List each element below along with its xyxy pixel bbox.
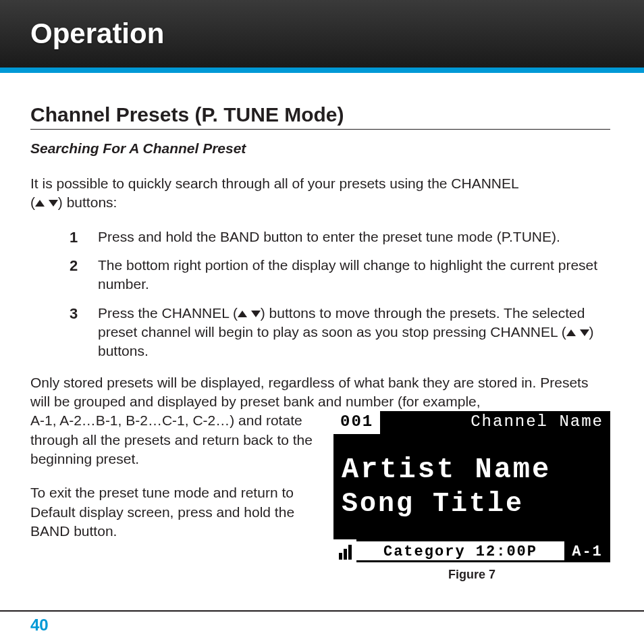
step-item: 1 Press and hold the BAND button to ente…	[70, 227, 610, 246]
down-arrow-icon	[251, 311, 261, 317]
lcd-channel-number: 001	[333, 411, 380, 434]
lcd-artist-name: Artist Name	[342, 455, 602, 485]
down-arrow-icon	[580, 329, 589, 336]
page-number: 40	[30, 616, 644, 635]
step-item: 3 Press the CHANNEL ( ) buttons to move …	[70, 304, 610, 361]
lcd-category-time: Category 12:00P	[356, 541, 564, 560]
body-para2: To exit the preset tune mode and return …	[30, 483, 315, 541]
section-subtitle: Searching For A Channel Preset	[30, 140, 610, 157]
step-text-part1: Press the CHANNEL (	[98, 305, 238, 321]
step-item: 2 The bottom right portion of the displa…	[70, 256, 610, 294]
header-accent-bar	[0, 68, 644, 73]
step-number: 1	[70, 227, 78, 248]
step-number: 2	[70, 256, 78, 276]
page-footer: 40	[0, 610, 644, 644]
intro-prefix: (	[30, 194, 35, 210]
up-arrow-icon	[35, 200, 45, 207]
intro-line1: It is possible to quickly search through…	[30, 176, 519, 191]
step-number: 3	[70, 304, 78, 324]
header-title: Operation	[30, 18, 164, 50]
page-header: Operation	[0, 0, 644, 68]
lcd-display-figure: 001 Channel Name Artist Name Song Title …	[333, 411, 610, 562]
step-text: The bottom right portion of the display …	[98, 257, 597, 292]
up-arrow-icon	[238, 311, 247, 317]
steps-list: 1 Press and hold the BAND button to ente…	[70, 227, 610, 361]
section-title: Channel Presets (P. TUNE Mode)	[30, 103, 610, 126]
body-para1b: A-1, A-2…B-1, B-2…C-1, C-2…) and rotate …	[30, 411, 315, 468]
signal-bars-icon	[333, 539, 356, 562]
step-text: Press and hold the BAND button to enter …	[98, 229, 560, 244]
up-arrow-icon	[566, 329, 576, 336]
section-rule	[30, 129, 610, 130]
lcd-channel-name: Channel Name	[380, 411, 610, 434]
figure-caption: Figure 7	[333, 568, 610, 582]
body-para1a: Only stored presets will be displayed, r…	[30, 373, 610, 412]
footer-rule	[0, 610, 644, 612]
lcd-song-title: Song Title	[342, 490, 602, 518]
intro-paragraph: It is possible to quickly search through…	[30, 174, 610, 213]
lcd-preset-number: A-1	[564, 541, 610, 560]
down-arrow-icon	[49, 200, 58, 207]
intro-suffix: ) buttons:	[58, 194, 117, 210]
